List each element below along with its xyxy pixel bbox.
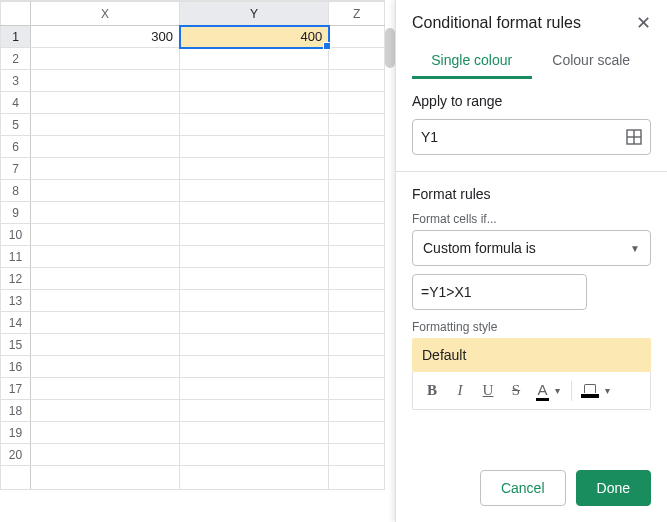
row-header[interactable]: 5 <box>1 114 31 136</box>
cell[interactable]: 400 <box>180 26 329 48</box>
cell[interactable] <box>180 70 329 92</box>
cell[interactable] <box>31 444 180 466</box>
cell[interactable] <box>329 202 385 224</box>
col-header[interactable]: Y <box>180 2 329 26</box>
row-header[interactable]: 2 <box>1 48 31 70</box>
row-header[interactable]: 14 <box>1 312 31 334</box>
row-header[interactable]: 10 <box>1 224 31 246</box>
row-header[interactable]: 18 <box>1 400 31 422</box>
tab-colour-scale[interactable]: Colour scale <box>532 42 652 79</box>
cell[interactable] <box>329 466 385 490</box>
cell[interactable] <box>180 136 329 158</box>
cell[interactable] <box>329 290 385 312</box>
row-header[interactable]: 19 <box>1 422 31 444</box>
cell[interactable] <box>31 48 180 70</box>
cell[interactable] <box>329 356 385 378</box>
cell[interactable] <box>180 48 329 70</box>
cell[interactable] <box>31 466 180 490</box>
cell[interactable]: 300 <box>31 26 180 48</box>
row-header[interactable]: 4 <box>1 92 31 114</box>
cell[interactable] <box>31 70 180 92</box>
row-header[interactable]: 16 <box>1 356 31 378</box>
cell[interactable] <box>329 114 385 136</box>
cell[interactable] <box>329 158 385 180</box>
corner-cell[interactable] <box>1 2 31 26</box>
cell[interactable] <box>180 466 329 490</box>
cell[interactable] <box>31 312 180 334</box>
cell[interactable] <box>180 422 329 444</box>
formula-input[interactable]: =Y1>X1 <box>412 274 587 310</box>
done-button[interactable]: Done <box>576 470 651 506</box>
cell[interactable] <box>329 180 385 202</box>
cell[interactable] <box>329 224 385 246</box>
cell[interactable] <box>31 202 180 224</box>
row-header[interactable]: 9 <box>1 202 31 224</box>
cell[interactable] <box>180 158 329 180</box>
cell[interactable] <box>31 92 180 114</box>
cell[interactable] <box>31 378 180 400</box>
fill-color-button[interactable]: ▾ <box>578 377 612 405</box>
row-header[interactable]: 17 <box>1 378 31 400</box>
row-header[interactable]: 15 <box>1 334 31 356</box>
strike-button[interactable]: S <box>503 377 529 405</box>
cell[interactable] <box>180 114 329 136</box>
cell[interactable] <box>329 444 385 466</box>
underline-button[interactable]: U <box>475 377 501 405</box>
cell[interactable] <box>329 136 385 158</box>
row-header[interactable]: 12 <box>1 268 31 290</box>
row-header[interactable]: 7 <box>1 158 31 180</box>
cell[interactable] <box>31 422 180 444</box>
cell[interactable] <box>329 334 385 356</box>
cell[interactable] <box>329 400 385 422</box>
cell[interactable] <box>180 180 329 202</box>
row-header[interactable]: 1 <box>1 26 31 48</box>
cell[interactable] <box>31 268 180 290</box>
row-header[interactable]: 20 <box>1 444 31 466</box>
cell[interactable] <box>31 356 180 378</box>
style-preview[interactable]: Default <box>412 338 651 372</box>
apply-range-input[interactable]: Y1 <box>412 119 651 155</box>
close-icon[interactable]: ✕ <box>636 14 651 32</box>
cell[interactable] <box>329 70 385 92</box>
col-header[interactable]: X <box>31 2 180 26</box>
cell[interactable] <box>329 48 385 70</box>
cell[interactable] <box>329 422 385 444</box>
tab-single-colour[interactable]: Single colour <box>412 42 532 79</box>
cell[interactable] <box>180 400 329 422</box>
cell[interactable] <box>329 268 385 290</box>
cell[interactable] <box>329 26 385 48</box>
grid[interactable]: X Y Z 1300400234567891011121314151617181… <box>0 1 385 490</box>
cell[interactable] <box>31 158 180 180</box>
cell[interactable] <box>180 290 329 312</box>
cell[interactable] <box>31 246 180 268</box>
cell[interactable] <box>31 400 180 422</box>
row-header[interactable]: 6 <box>1 136 31 158</box>
cell[interactable] <box>31 334 180 356</box>
cell[interactable] <box>31 114 180 136</box>
range-picker-icon[interactable] <box>626 129 642 145</box>
cell[interactable] <box>180 334 329 356</box>
cell[interactable] <box>329 246 385 268</box>
cell[interactable] <box>180 224 329 246</box>
cell[interactable] <box>180 356 329 378</box>
scrollbar[interactable] <box>385 28 395 68</box>
bold-button[interactable]: B <box>419 377 445 405</box>
row-header[interactable]: 13 <box>1 290 31 312</box>
cell[interactable] <box>180 312 329 334</box>
italic-button[interactable]: I <box>447 377 473 405</box>
cancel-button[interactable]: Cancel <box>480 470 566 506</box>
cell[interactable] <box>329 92 385 114</box>
cell[interactable] <box>329 378 385 400</box>
text-color-button[interactable]: A ▾ <box>531 377 565 405</box>
cell[interactable] <box>180 92 329 114</box>
condition-dropdown[interactable]: Custom formula is ▼ <box>412 230 651 266</box>
cell[interactable] <box>180 268 329 290</box>
row-header[interactable]: 11 <box>1 246 31 268</box>
cell[interactable] <box>180 246 329 268</box>
cell[interactable] <box>31 180 180 202</box>
cell[interactable] <box>31 224 180 246</box>
row-header[interactable]: 3 <box>1 70 31 92</box>
cell[interactable] <box>31 136 180 158</box>
cell[interactable] <box>329 312 385 334</box>
cell[interactable] <box>180 444 329 466</box>
